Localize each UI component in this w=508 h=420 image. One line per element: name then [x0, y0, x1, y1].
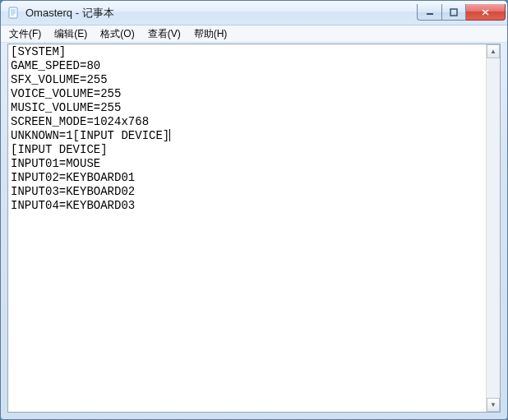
scroll-down-button[interactable]: ▼: [487, 398, 500, 412]
menu-format[interactable]: 格式(O): [94, 25, 141, 43]
text-editor[interactable]: [SYSTEM] GAME_SPEED=80 SFX_VOLUME=255 VO…: [8, 44, 486, 412]
menu-view[interactable]: 查看(V): [141, 25, 187, 43]
app-icon: [7, 7, 21, 20]
client-area: [SYSTEM] GAME_SPEED=80 SFX_VOLUME=255 VO…: [7, 44, 501, 413]
menu-file[interactable]: 文件(F): [2, 25, 48, 43]
svg-rect-6: [450, 9, 457, 16]
titlebar[interactable]: Omasterq - 记事本: [1, 1, 507, 25]
svg-rect-5: [427, 13, 433, 15]
notepad-window: Omasterq - 记事本 文件(F) 编辑(E) 格式(O) 查看(V) 帮…: [0, 0, 508, 420]
scroll-up-button[interactable]: ▲: [487, 44, 500, 58]
window-title: Omasterq - 记事本: [25, 6, 417, 21]
window-controls: [417, 4, 506, 21]
maximize-button[interactable]: [441, 4, 466, 21]
minimize-button[interactable]: [417, 4, 441, 21]
menu-help[interactable]: 帮助(H): [187, 25, 234, 43]
scroll-track[interactable]: [487, 58, 500, 398]
vertical-scrollbar[interactable]: ▲ ▼: [486, 44, 500, 412]
text-caret: [169, 129, 170, 141]
menu-edit[interactable]: 编辑(E): [48, 25, 94, 43]
menubar: 文件(F) 编辑(E) 格式(O) 查看(V) 帮助(H): [1, 25, 507, 43]
close-button[interactable]: [466, 4, 506, 21]
